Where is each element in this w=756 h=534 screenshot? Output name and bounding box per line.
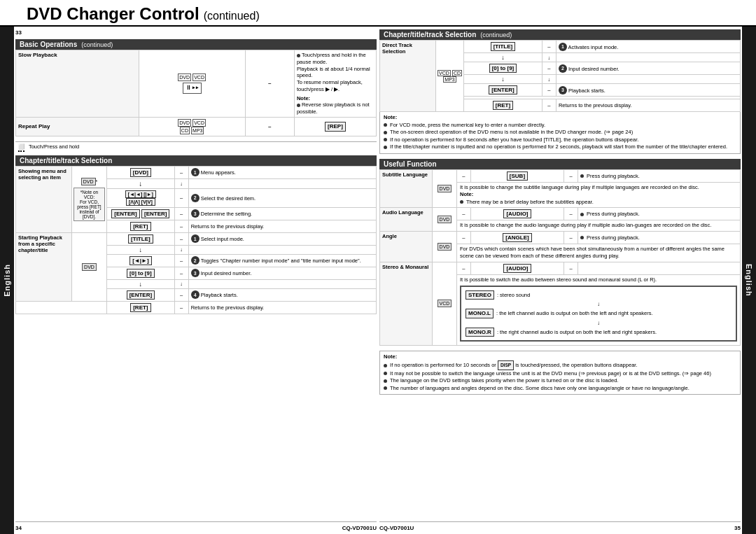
side-tab-left: English [0,27,14,534]
chapter-selection-header: Chapter/title/track Selection [15,155,377,166]
table-row: Angle DVD – [ANGLE] – Press during playb… [380,231,741,244]
chapter-continued-section: Chapter/title/track Selection (continued… [379,29,741,154]
slow-playback-label: Slow Playback [18,52,57,58]
main-columns: 33 Basic Operations (continued) Slow Pla… [14,27,742,534]
direct-track-table: Direct Track Selection VCD CD MP3 [TITLE… [379,40,741,112]
direct-track-icons: VCD CD MP3 [438,70,462,83]
table-row: [RET] – Returns to the previous display. [16,301,377,314]
left-model: CQ-VD7001U [342,525,377,531]
page-container: DVD Changer Control (continued) English … [0,0,756,534]
repeat-play-icons: DVD VCD CD MP3 [139,117,245,136]
title-continued: (continued) [204,10,260,22]
right-model: CQ-VD7001U [379,525,414,531]
table-row: Subtitle Language DVD – [SUB] – Press du… [380,169,741,182]
slow-playback-note: Note: Reverse slow playback is not possi… [297,95,374,115]
basic-ops-section: Basic Operations (continued) Slow Playba… [15,39,377,136]
stereo-options-box: STEREO : stereo sound ↓ MONO.L : the lef… [460,286,737,342]
direct-track-note: Note: For VCD mode, press the numerical … [379,112,741,154]
table-row: Stereo & Monaural VCD – [AUDIO] – [380,262,741,274]
angle-label: Angle [380,231,433,262]
arrow-down-icon: ↓ [108,180,174,188]
right-column: Chapter/title/track Selection (continued… [379,29,741,531]
stereo-monaural-label: Stereo & Monaural [380,262,433,345]
side-tab-right: English [742,27,756,534]
audio-lang-label: Audio Language [380,208,433,232]
table-row: Slow Playback DVD VCD ⏸▶▶ [16,50,377,118]
vcd-note: *Note on VCD:For VCD, press [RET]instead… [74,188,105,221]
mono-l-option: MONO.L : the left channel audio is outpu… [465,309,732,318]
main-title: DVD Changer Control [27,4,200,24]
stereo-monaural-desc: It is possible to switch the audio betwe… [460,276,737,284]
table-row: Direct Track Selection VCD CD MP3 [TITLE… [380,41,741,53]
right-page-num: 35 [734,525,741,531]
repeat-play-label: Repeat Play [16,117,139,136]
left-page-num: 34 [15,525,22,531]
content-area: English 33 Basic Operations (continued) [0,27,756,534]
touch-press-note: ⬜ Touch/Press and hold [15,141,377,151]
useful-function-header: Useful Function [379,159,741,169]
table-row: Repeat Play DVD VCD CD MP3 – [REP] [16,117,377,136]
chapter-selection-table: Showing menu and selecting an item DVD* … [15,166,377,314]
useful-function-section: Useful Function Subtitle Language DVD – … [379,159,741,346]
stereo-option: STEREO : stereo sound [465,290,732,300]
table-row: Showing menu and selecting an item DVD* … [16,166,377,178]
basic-ops-table: Slow Playback DVD VCD ⏸▶▶ [15,50,377,136]
chapter-continued-header: Chapter/title/track Selection (continued… [379,29,741,40]
useful-function-table: Subtitle Language DVD – [SUB] – Press du… [379,169,741,346]
slow-playback-button-icon: ⏸▶▶ [141,83,244,94]
side-tab-right-label: English [745,264,753,297]
mono-r-option: MONO.R : the right channel audio is outp… [465,328,732,337]
slow-playback-icons: DVD VCD [141,73,244,81]
showing-menu-label: Showing menu and selecting an item [18,168,66,181]
basic-ops-header: Basic Operations (continued) [15,39,377,50]
table-row: Starting Playback from a specific chapte… [16,232,377,245]
starting-playback-label: Starting Playback from a specific chapte… [16,232,72,301]
chapter-selection-section: Chapter/title/track Selection Showing me… [15,155,377,314]
bottom-note: Note: If no operation is performed for 1… [379,351,741,395]
left-column: 33 Basic Operations (continued) Slow Pla… [15,29,377,531]
side-tab-left-label: English [3,264,11,297]
table-row: Audio Language DVD – [AUDIO] – Press dur… [380,208,741,220]
direct-track-label: Direct Track Selection [380,41,436,112]
subtitle-lang-label: Subtitle Language [380,169,433,208]
slow-playback-desc: Touch/press and hold in the pause mode. … [297,52,374,93]
